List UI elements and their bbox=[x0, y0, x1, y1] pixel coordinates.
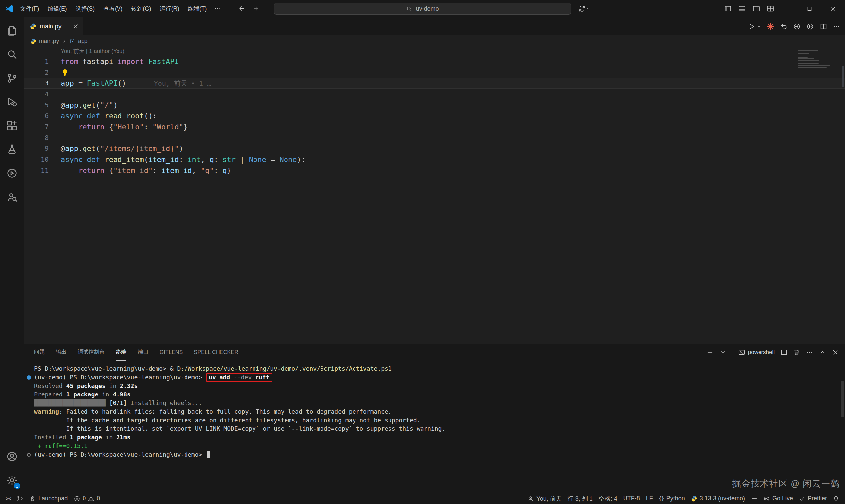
more-actions-icon[interactable] bbox=[833, 23, 840, 30]
git-codelens[interactable]: You, 前天 | 1 author (You) bbox=[24, 47, 845, 56]
status-warnings[interactable]: 0 bbox=[87, 493, 103, 504]
menu-view[interactable]: 查看(V) bbox=[99, 0, 127, 17]
terminal-more-actions[interactable] bbox=[806, 349, 813, 356]
close-button[interactable] bbox=[821, 0, 845, 17]
panel-tab-terminal[interactable]: 终端 bbox=[116, 344, 126, 361]
status-label: Prettier bbox=[808, 495, 827, 502]
status-commit-graph[interactable] bbox=[14, 493, 27, 504]
lightbulb-icon[interactable] bbox=[61, 68, 69, 76]
activity-item-run-and-debug[interactable] bbox=[0, 90, 24, 114]
breadcrumb-item-file[interactable]: main.py bbox=[39, 38, 59, 44]
run-below-icon[interactable] bbox=[793, 23, 801, 30]
status-env-progress[interactable] bbox=[748, 493, 760, 504]
activity-item-extensions[interactable] bbox=[0, 114, 24, 138]
code-line-10[interactable]: 10async def read_item(item_id: int, q: s… bbox=[24, 154, 845, 165]
editor[interactable]: You, 前天 | 1 author (You) 1from fastapi i… bbox=[24, 47, 845, 344]
command-center-search[interactable]: uv-demo bbox=[274, 3, 571, 15]
activity-item-live-preview[interactable] bbox=[0, 161, 24, 185]
menu-terminal[interactable]: 终端(T) bbox=[183, 0, 211, 17]
toggle-secondary-sidebar-button[interactable] bbox=[752, 5, 760, 13]
overview-ruler-mark bbox=[842, 66, 844, 87]
run-python-file-icon[interactable] bbox=[747, 23, 755, 30]
status-python-interpreter[interactable]: 3.13.3 (uv-demo) bbox=[688, 493, 748, 504]
terminal-dropdown[interactable] bbox=[719, 349, 726, 356]
annotation-red-box: uv add --dev ruff bbox=[206, 373, 272, 382]
status-cursor-position[interactable]: 行 3, 列 1 bbox=[565, 493, 596, 504]
tab-close-icon[interactable] bbox=[72, 23, 79, 30]
code-line-1[interactable]: 1from fastapi import FastAPI bbox=[24, 56, 845, 67]
split-terminal-button[interactable] bbox=[780, 349, 788, 356]
status-go-live[interactable]: Go Live bbox=[760, 493, 796, 504]
terminal-line: If this is intentional, set `export UV_L… bbox=[24, 425, 845, 433]
minimap[interactable] bbox=[798, 50, 831, 68]
activity-item-source-control[interactable] bbox=[0, 66, 24, 90]
activity-item-settings[interactable]: 1 bbox=[0, 468, 24, 492]
line-number: 5 bbox=[24, 100, 49, 110]
code-line-7[interactable]: 7 return {"Hello": "World"} bbox=[24, 121, 845, 132]
status-launchpad[interactable]: Launchpad bbox=[27, 493, 71, 504]
activity-item-gitlens[interactable] bbox=[0, 185, 24, 209]
panel-tab-spell-checker[interactable]: SPELL CHECKER bbox=[194, 344, 239, 361]
minimize-button[interactable] bbox=[774, 0, 797, 17]
extension-flower-icon[interactable] bbox=[767, 23, 774, 30]
activity-item-account[interactable] bbox=[0, 445, 24, 468]
customize-layout-button[interactable] bbox=[767, 5, 774, 13]
code-line-5[interactable]: 5@app.get("/") bbox=[24, 100, 845, 110]
activity-item-testing[interactable] bbox=[0, 138, 24, 161]
panel-tab-ports[interactable]: 端口 bbox=[138, 344, 148, 361]
code-line-8[interactable]: 8 bbox=[24, 132, 845, 143]
panel-tab-debug-console[interactable]: 调试控制台 bbox=[78, 344, 105, 361]
menu-go[interactable]: 转到(G) bbox=[127, 0, 155, 17]
panel-actions: powershell bbox=[706, 349, 839, 356]
code-line-2[interactable]: 2 bbox=[24, 67, 845, 78]
run-dropdown-icon[interactable] bbox=[757, 23, 761, 30]
panel-tab-problems[interactable]: 问题 bbox=[34, 344, 45, 361]
status-label: UTF-8 bbox=[623, 495, 640, 502]
open-changes-icon[interactable] bbox=[780, 23, 788, 30]
menu-file[interactable]: 文件(F) bbox=[16, 0, 43, 17]
status-eol[interactable]: LF bbox=[643, 493, 656, 504]
maximize-button[interactable] bbox=[797, 0, 821, 17]
status-language-mode[interactable]: {}Python bbox=[656, 493, 688, 504]
status-notifications[interactable] bbox=[830, 493, 842, 504]
terminal[interactable]: PS D:\workspace\vue-learning\uv-demo> & … bbox=[24, 361, 845, 493]
go-forward-icon[interactable] bbox=[252, 5, 260, 12]
go-back-icon[interactable] bbox=[238, 5, 246, 12]
status-encoding[interactable]: UTF-8 bbox=[620, 493, 643, 504]
code-line-6[interactable]: 6async def read_root(): bbox=[24, 110, 845, 121]
panel-tab-gitlens[interactable]: GITLENS bbox=[160, 344, 183, 361]
status-remote[interactable]: >< bbox=[3, 493, 14, 504]
panel-tab-output[interactable]: 输出 bbox=[56, 344, 66, 361]
code-line-3[interactable]: 3app = FastAPI()You, 前天 • 1 … bbox=[24, 78, 845, 89]
code-line-4[interactable]: 4 bbox=[24, 89, 845, 100]
terminal-command-decoration[interactable] bbox=[27, 453, 31, 456]
code-line-9[interactable]: 9@app.get("/items/{item_id}") bbox=[24, 143, 845, 154]
menu-edit[interactable]: 编辑(E) bbox=[43, 0, 71, 17]
close-panel-button[interactable] bbox=[832, 349, 839, 356]
terminal-instance-powershell[interactable]: powershell bbox=[732, 349, 775, 356]
profile-sync-button[interactable] bbox=[578, 3, 591, 14]
activity-item-search[interactable] bbox=[0, 42, 24, 66]
menu-overflow-icon[interactable] bbox=[214, 5, 222, 13]
new-terminal-button[interactable] bbox=[706, 349, 714, 356]
kill-terminal-button[interactable] bbox=[793, 349, 800, 356]
maximize-panel-button[interactable] bbox=[819, 349, 826, 356]
code-line-11[interactable]: 11 return {"item_id": item_id, "q": q} bbox=[24, 165, 845, 176]
breadcrumb-item-symbol[interactable]: app bbox=[78, 38, 87, 44]
status-prettier[interactable]: Prettier bbox=[796, 493, 830, 504]
terminal-command-decoration[interactable] bbox=[27, 375, 31, 380]
split-editor-icon[interactable] bbox=[820, 23, 827, 30]
debug-run-icon[interactable] bbox=[806, 23, 814, 30]
tab-main-py[interactable]: main.py bbox=[24, 17, 83, 35]
menu-run[interactable]: 运行(R) bbox=[156, 0, 183, 17]
activity-item-explorer[interactable] bbox=[0, 19, 24, 42]
toggle-panel-button[interactable] bbox=[738, 5, 746, 13]
remote-icon: >< bbox=[6, 496, 11, 502]
terminal-scrollbar[interactable] bbox=[841, 381, 844, 417]
status-errors[interactable]: 0 bbox=[71, 493, 87, 504]
status-blame[interactable]: You, 前天 bbox=[525, 493, 564, 504]
menu-selection[interactable]: 选择(S) bbox=[71, 0, 99, 17]
status-indentation[interactable]: 空格: 4 bbox=[596, 493, 620, 504]
terminal-line: Installed 1 package in 21ms bbox=[24, 433, 845, 442]
toggle-sidebar-button[interactable] bbox=[724, 5, 732, 13]
